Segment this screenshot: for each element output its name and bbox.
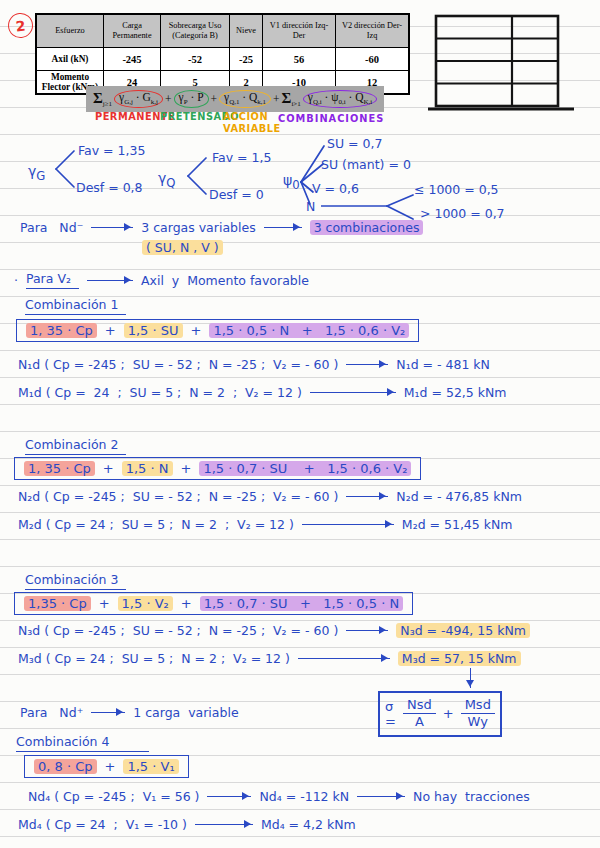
psi0-n: N	[306, 199, 315, 214]
arrow-right-icon	[91, 227, 133, 228]
formula-plus-1: +	[165, 93, 172, 105]
formula-term-combinaciones: γQ,i · ψ0,i · QK,i	[303, 90, 377, 108]
combo4-n-note: No hay tracciones	[413, 789, 530, 804]
load-table: Esfuerzo Carga Permanente Sobrecarga Uso…	[35, 13, 410, 95]
arrow-down-icon	[470, 668, 471, 688]
arrow-right-icon	[207, 796, 251, 797]
plus-sign: +	[99, 596, 110, 611]
plus-sign: +	[103, 461, 114, 476]
gamma-q-group: γQ Fav = 1,5 Desf = 0	[158, 148, 288, 206]
arrow-right-icon	[357, 796, 405, 797]
combo2-m-result: M₂d = 51,45 kNm	[402, 517, 513, 532]
cell-axil-su: -52	[161, 48, 230, 71]
combo4-m-line: Md₄ ( Cp = 24 ; V₁ = -10 ) Md₄ = 4,2 kNm	[18, 817, 356, 832]
fraction-nsd-a: Nsd A	[403, 698, 436, 730]
plus-sign: +	[443, 706, 454, 721]
formula-plus-2: +	[211, 93, 218, 105]
combo1-terms-acompanantes: 1,5 · 0,5 · N + 1,5 · 0,6 · V₂	[209, 323, 409, 338]
v2-note-line: · Para V₂ Axil y Momento favorable	[14, 271, 309, 289]
gamma-g-fav: Fav = 1,35	[78, 143, 145, 158]
combo4-title: Combinación 4	[16, 734, 149, 752]
combo3-m-line: M₃d ( Cp = 24 ; SU = 5 ; N = 2 ; V₂ = 12…	[18, 651, 521, 666]
combo4-m-result: Md₄ = 4,2 kNm	[261, 817, 356, 832]
nd-pos-lead: Para Nd⁺	[20, 705, 83, 720]
gamma-g-brace	[54, 145, 76, 191]
gamma-q-symbol: γQ	[158, 170, 175, 190]
combo1-n-line: N₁d ( Cp = -245 ; SU = - 52 ; N = -25 ; …	[18, 357, 490, 372]
exercise-number-badge: 2	[7, 12, 34, 39]
col-header-esfuerzo: Esfuerzo	[36, 14, 104, 48]
nd-neg-line: Para Nd⁻ 3 cargas variables 3 combinacio…	[20, 220, 423, 235]
combo3-term-permanente: 1,35 · Cp	[24, 596, 91, 611]
gamma-g-group: γG Fav = 1,35 Desf = 0,8	[28, 143, 168, 201]
nd-neg-lead: Para Nd⁻	[20, 220, 83, 235]
gamma-g-desf: Desf = 0,8	[76, 180, 143, 195]
gamma-q-desf: Desf = 0	[209, 187, 264, 202]
formula-plus-3: +	[273, 93, 280, 105]
building-frame-sketch	[428, 12, 576, 114]
nd-neg-result: 3 combinaciones	[310, 220, 424, 235]
combo3-n-line: N₃d ( Cp = -245 ; SU = - 52 ; N = -25 ; …	[18, 623, 530, 638]
combo1-n-result: N₁d = - 481 kN	[396, 357, 490, 372]
col-header-carga-permanente: Carga Permanente	[104, 14, 161, 48]
combo3-terms-acompanantes: 1,5 · 0,7 · SU + 1,5 · 0,5 · N	[200, 596, 403, 611]
nd-neg-vars: ( SU, N , V )	[142, 240, 223, 255]
combo1-m-label: M₁d ( Cp = 24 ; SU = 5 ; N = 2 ; V₂ = 12…	[18, 385, 302, 400]
combo2-n-label: N₂d ( Cp = -245 ; SU = - 52 ; N = -25 ; …	[18, 489, 338, 504]
combo4-n-line: Nd₄ ( Cp = -245 ; V₁ = 56 ) Nd₄ = -112 k…	[28, 789, 530, 804]
formula-sum-1: Σj≥1	[93, 90, 112, 108]
formula-term-permanente: γG,j · Gk,j	[114, 90, 163, 108]
psi0-su: SU = 0,7	[327, 136, 382, 151]
col-header-sobrecarga: Sobrecarga Uso (Categoría B)	[161, 14, 230, 48]
plus-sign: +	[191, 323, 202, 338]
combo3-n-result: N₃d = -494, 15 kNm	[396, 623, 530, 638]
col-header-nieve: Nieve	[230, 14, 263, 48]
combination-formula-strip: Σj≥1 γG,j · Gk,j + γP · P + γQ,1 · Qk,1 …	[86, 86, 384, 112]
bullet-dot: ·	[14, 273, 18, 288]
cell-axil-v1: 56	[263, 48, 336, 71]
nd-neg-mid: 3 cargas variables	[141, 220, 255, 235]
arrow-right-icon	[264, 227, 302, 228]
label-variable: VARIABLE	[223, 123, 281, 134]
combo2-formula-box: 1, 35 · Cp + 1,5 · N + 1,5 · 0,7 · SU + …	[14, 457, 421, 480]
combo1-title: Combinación 1	[25, 297, 126, 315]
combo2-n-line: N₂d ( Cp = -245 ; SU = - 52 ; N = -25 ; …	[18, 489, 522, 504]
combo2-n-result: N₂d = - 476,85 kNm	[396, 489, 522, 504]
combo1-term-principal: 1,5 · SU	[124, 323, 183, 338]
combo3-m-result: M₃d = 57, 15 kNm	[398, 651, 521, 666]
combo3-n-label: N₃d ( Cp = -245 ; SU = - 52 ; N = -25 ; …	[18, 623, 338, 638]
v2-note-lead: Para V₂	[26, 271, 79, 289]
combo2-term-principal: 1,5 · N	[122, 461, 173, 476]
nd-pos-line: Para Nd⁺ 1 carga variable	[20, 705, 239, 720]
psi0-n-le1000: ≤ 1000 = 0,5	[414, 182, 499, 197]
combo4-term-principal: 1,5 · V₁	[123, 759, 178, 774]
table-header-row: Esfuerzo Carga Permanente Sobrecarga Uso…	[36, 14, 409, 48]
table-row-axil: Axil (kN) -245 -52 -25 56 -60	[36, 48, 409, 71]
formula-term-accion-variable: γQ,1 · Qk,1	[219, 90, 271, 108]
psi0-group: ψ0 SU = 0,7 SU (mant) = 0 V = 0,6 N ≤ 10…	[283, 136, 583, 226]
combo1-m-line: M₁d ( Cp = 24 ; SU = 5 ; N = 2 ; V₂ = 12…	[18, 385, 507, 400]
label-accion: ACCION	[223, 111, 268, 122]
arrow-right-icon	[91, 712, 125, 713]
col-header-v2: V2 dirección Der-Izq	[336, 14, 410, 48]
arrow-right-icon	[346, 364, 388, 365]
gamma-q-brace	[186, 152, 208, 198]
plus-sign: +	[105, 759, 116, 774]
sigma-formula-box: σ = Nsd A + Msd Wy	[378, 691, 502, 737]
row-label-axil: Axil (kN)	[36, 48, 104, 71]
plus-sign: +	[181, 596, 192, 611]
arrow-right-icon	[346, 496, 388, 497]
psi0-n-gt1000: > 1000 = 0,7	[420, 206, 505, 221]
sigma-lhs: σ =	[385, 699, 396, 729]
formula-term-pretensado: γP · P	[174, 90, 209, 108]
arrow-right-icon	[298, 658, 390, 659]
v2-note-rest: Axil y Momento favorable	[141, 273, 309, 288]
fraction-msd-wy: Msd Wy	[461, 698, 495, 730]
combo3-term-principal: 1,5 · V₂	[118, 596, 173, 611]
cell-axil-nieve: -25	[230, 48, 263, 71]
combo2-m-line: M₂d ( Cp = 24 ; SU = 5 ; N = 2 ; V₂ = 12…	[18, 517, 513, 532]
notebook-page: 2 Esfuerzo Carga Permanente Sobrecarga U…	[0, 0, 600, 848]
combo2-term-permanente: 1, 35 · Cp	[24, 461, 95, 476]
gamma-q-fav: Fav = 1,5	[212, 150, 271, 165]
combo1-m-result: M₁d = 52,5 kNm	[404, 385, 507, 400]
